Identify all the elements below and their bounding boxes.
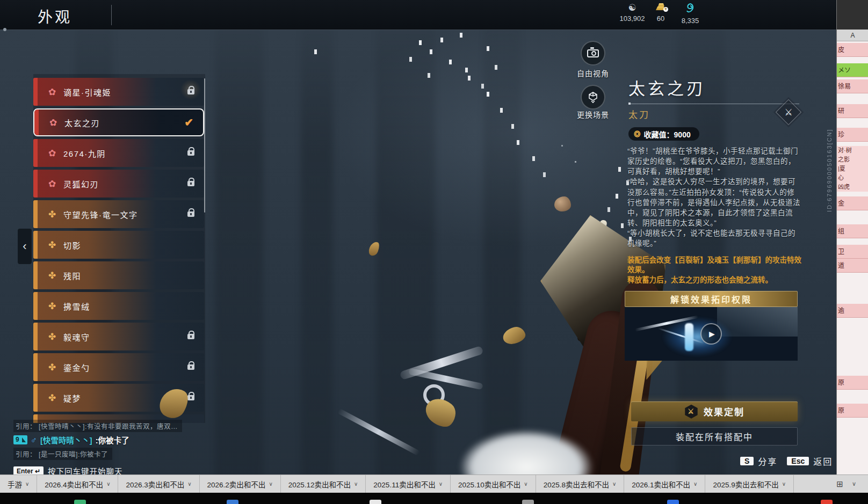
background-spreadsheet-strip[interactable]: A 皮 メソ 徐易 研 珍 对·树 之影 |夏 心 凶虎 金 组 卫 道 逾 原… xyxy=(836,0,868,474)
skin-item[interactable]: ✤ 守望先锋·竜一文字 xyxy=(33,200,204,228)
weapon-lore: “爷爷！”胡桃坐在爷爷膝头，小手轻点那记载土御门家历史的绘卷。“您看役大人这把刀… xyxy=(627,146,802,249)
sheet-tab[interactable]: 2026.4卖出和不出 ∨ xyxy=(37,475,118,493)
equip-all-loadouts-button[interactable]: 装配在所有搭配中 xyxy=(631,427,798,445)
windows-taskbar xyxy=(0,493,868,504)
gold-flower-icon: ✤ xyxy=(46,209,58,220)
sheet-tab[interactable]: 2025.9卖出去和不出 ∨ xyxy=(705,475,794,493)
sheet-tab[interactable]: 2026.2卖出和不出 ∨ xyxy=(200,475,281,493)
share-shortcut[interactable]: S 分享 xyxy=(740,455,777,468)
red-flower-icon: ✿ xyxy=(46,178,58,189)
grid-view-icon[interactable]: ⊞ xyxy=(836,479,843,489)
play-button[interactable]: ▶ xyxy=(700,323,722,345)
skin-item-selected[interactable]: ✿ 太玄之刃 ✔ xyxy=(33,108,204,136)
weapon-detail-panel: 太玄之刃 太刀 ⚔ ❂ 收藏值：9000 “爷爷！”胡桃坐在爷爷膝头，小手轻点那… xyxy=(625,75,802,445)
taskbar-app-icon[interactable] xyxy=(227,500,238,504)
chevron-down-icon: ∨ xyxy=(106,481,110,487)
spreadsheet-cell: 逾 xyxy=(837,304,868,318)
list-scrollbar[interactable] xyxy=(204,78,205,213)
chevron-down-icon: ∨ xyxy=(25,481,29,487)
currency-jade[interactable]: 8,335 xyxy=(671,3,709,25)
spreadsheet-cell: 原 xyxy=(837,376,868,390)
taskbar-app-icon[interactable] xyxy=(370,500,381,504)
warning-line: 释放蓄力后，太玄之刃的形态也会随之流转。 xyxy=(627,275,802,286)
chevron-down-icon: ∨ xyxy=(439,481,443,487)
spreadsheet-cell: 卫 xyxy=(837,245,868,259)
share-label: 分享 xyxy=(758,455,777,468)
spreadsheet-cell: 徐易 xyxy=(837,79,868,93)
collection-value-badge: ❂ 收藏值：9000 xyxy=(628,127,699,141)
skin-item[interactable]: ✿ 2674·九阴 xyxy=(33,139,204,167)
spreadsheet-cell: 珍 xyxy=(837,128,868,142)
change-scene-button[interactable] xyxy=(581,85,605,109)
sheet-tab[interactable]: 2026.1卖出和不出 ∨ xyxy=(624,475,705,493)
spreadsheet-cell: 对·树 xyxy=(837,146,868,155)
play-icon: ▶ xyxy=(709,330,715,338)
lock-icon xyxy=(187,89,194,94)
spreadsheet-top xyxy=(837,0,868,30)
sheet-tab-bar: 手游 ∨ 2026.4卖出和不出 ∨ 2026.3卖出和不出 ∨ 2026.2卖… xyxy=(0,474,868,493)
preview-video-thumbnail[interactable]: ▶ xyxy=(625,307,798,361)
sheet-tab[interactable]: 手游 ∨ xyxy=(0,475,37,493)
spreadsheet-cell: 组 xyxy=(837,224,868,238)
lock-icon xyxy=(187,395,194,400)
chevron-down-icon: ∨ xyxy=(187,481,191,487)
skin-item[interactable]: ✤ 鎏金勺 xyxy=(33,353,204,381)
spreadsheet-cell: 原 xyxy=(837,404,868,418)
header-separator xyxy=(0,30,836,30)
back-shortcut[interactable]: Esc 返回 xyxy=(787,455,833,468)
taskbar-app-icon[interactable] xyxy=(522,500,534,504)
spreadsheet-cell: 道 xyxy=(837,259,868,273)
chat-quote: 引用： [是一只废喵]:你被卡了 xyxy=(13,448,112,460)
sheet-tab[interactable]: 2025.8卖出去和不出 ∨ xyxy=(536,475,625,493)
effect-warning: 装配后会改变【百裂斩】及魂玉【刹那斩】的攻击特效效果。 释放蓄力后，太玄之刃的形… xyxy=(627,255,802,286)
skin-item[interactable]: ✤ 残阳 xyxy=(33,261,204,289)
skin-item[interactable]: ✤ 切影 xyxy=(33,231,204,259)
skin-item[interactable]: ✤ 毅魂守 xyxy=(33,323,204,350)
lock-icon xyxy=(187,211,194,217)
skin-item[interactable]: ✤ 拂雪绒 xyxy=(33,292,204,320)
taskbar-app-icon[interactable] xyxy=(74,500,86,504)
spreadsheet-cell: 金 xyxy=(837,196,868,210)
red-flower-icon: ✿ xyxy=(47,117,59,128)
lore-paragraph: “哈哈，这是役大人穷尽一生才达到的境界，想要可没那么容易。”左近拍拍孙女发顶：“… xyxy=(627,177,802,228)
free-camera-button[interactable] xyxy=(581,41,605,65)
spreadsheet-cell: 研 xyxy=(837,104,868,118)
spreadsheet-column-header: A xyxy=(837,30,868,41)
chat-sender[interactable]: [快雪時晴丶丶] xyxy=(40,434,92,445)
chevron-down-icon: ∨ xyxy=(612,481,616,487)
gold-flower-icon: ✤ xyxy=(46,362,58,373)
s-keycap: S xyxy=(740,457,754,465)
sheet-tab[interactable]: 2026.3卖出和不出 ∨ xyxy=(118,475,199,493)
weapon-type: 太刀 xyxy=(628,107,802,121)
collection-value-text: 收藏值：9000 xyxy=(644,129,691,140)
change-scene-label: 更换场景 xyxy=(572,109,614,120)
red-flower-icon: ✿ xyxy=(46,148,58,159)
sheet-tab[interactable]: 2025.11卖出和不出 ∨ xyxy=(366,475,451,493)
top-bar: 外观 ☯ 103,902 + 60 8,335 xyxy=(0,0,836,30)
sheet-tab[interactable]: 2025.12卖出和不出 ∨ xyxy=(281,475,366,493)
skin-list-panel: ✿ 谪星·引魂姬 ✿ 太玄之刃 ✔ ✿ 2674·九阴 ✿ 灵狐幻刃 ✤ 守望先… xyxy=(33,74,205,423)
chat-box: 引用： [快雪時晴丶丶]:有没有非要跟我苦双，唐双… 9 ♂ [快雪時晴丶丶] … xyxy=(13,420,182,477)
currency-jade-value: 8,335 xyxy=(671,17,709,25)
equipped-check-icon: ✔ xyxy=(184,116,193,129)
red-flower-icon: ✿ xyxy=(46,86,58,98)
jade-spiral-icon xyxy=(685,3,696,13)
chevron-down-icon: ∨ xyxy=(269,481,272,487)
gold-flower-icon: ✤ xyxy=(46,331,58,342)
sheet-tab[interactable]: 2025.10卖出和不出 ∨ xyxy=(451,475,536,493)
spreadsheet-cell: 之影 xyxy=(837,155,868,164)
chevron-down-icon[interactable]: ∨ xyxy=(852,480,856,487)
skin-item[interactable]: ✿ 谪星·引魂姬 xyxy=(33,78,204,106)
header-separator-dot xyxy=(3,28,6,31)
gold-flower-icon: ✤ xyxy=(46,301,58,312)
unlock-imprint-banner[interactable]: 解锁效果拓印权限 xyxy=(625,291,798,307)
spreadsheet-cell: 皮 xyxy=(837,43,868,57)
taskbar-app-icon[interactable] xyxy=(821,500,833,504)
collapse-panel-button[interactable]: ‹ xyxy=(18,229,32,264)
taskbar-app-icon[interactable] xyxy=(667,500,679,504)
chat-message: 9 ♂ [快雪時晴丶丶] :你被卡了 xyxy=(13,434,182,445)
effect-customize-button[interactable]: ⚔ 效果定制 xyxy=(631,401,798,421)
skin-item[interactable]: ✿ 灵狐幻刃 xyxy=(33,170,204,198)
male-icon: ♂ xyxy=(31,435,37,445)
gold-flower-icon: ✤ xyxy=(46,270,58,281)
